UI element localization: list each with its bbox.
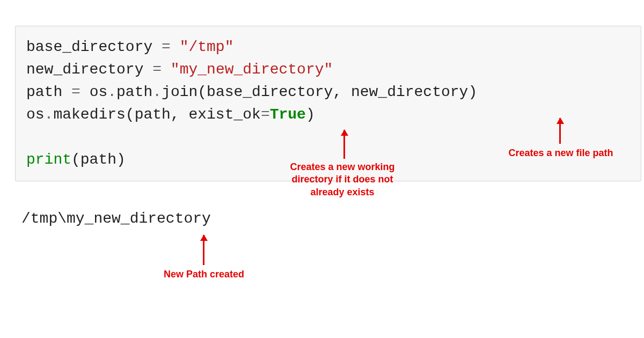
output-text: /tmp\my_new_directory (21, 210, 211, 227)
operator: = (261, 106, 270, 123)
annotation-filepath: Creates a new file path (499, 147, 623, 159)
keyword-true: True (270, 106, 306, 123)
operator: = (152, 61, 162, 78)
code-text: os (26, 106, 45, 123)
annotation-newpath: New Path created (150, 268, 258, 281)
code-line-4: os.makedirs(path, exist_ok=True) (26, 104, 630, 126)
dot-operator: . (45, 106, 54, 123)
code-line-2: new_directory = "my_new_directory" (26, 58, 630, 81)
keyword-print: print (26, 151, 71, 168)
operator: = (162, 39, 171, 55)
string-literal: "/tmp" (171, 39, 234, 55)
code-text: (path) (71, 151, 126, 168)
string-literal: "my_new_directory" (162, 61, 333, 78)
code-text: path (116, 84, 152, 100)
arrow-icon (203, 235, 204, 265)
arrow-icon (559, 118, 561, 144)
code-text: ) (306, 106, 315, 123)
code-text: os (80, 84, 107, 100)
operator: = (71, 84, 80, 100)
code-text: base_directory (26, 39, 162, 55)
annotation-makedirs: Creates a new working directory if it do… (283, 161, 401, 199)
code-text: join(base_directory, new_directory) (162, 84, 477, 100)
code-text: makedirs(path, exist_ok (53, 106, 260, 123)
code-text: new_directory (26, 61, 152, 78)
code-line-blank (26, 126, 630, 149)
code-text: path (26, 84, 71, 100)
dot-operator: . (152, 84, 162, 100)
code-line-1: base_directory = "/tmp" (26, 36, 630, 58)
code-line-3: path = os.path.join(base_directory, new_… (26, 81, 630, 104)
dot-operator: . (107, 84, 116, 100)
arrow-icon (343, 130, 345, 159)
